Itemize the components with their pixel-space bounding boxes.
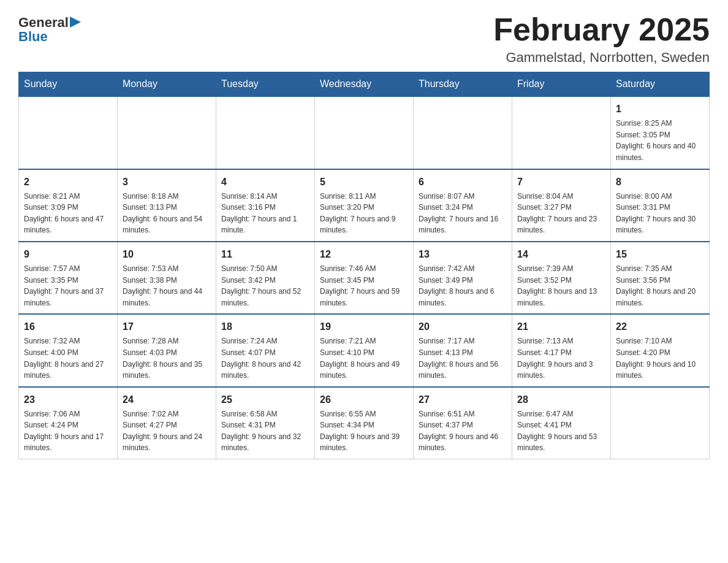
calendar-cell [118, 96, 216, 169]
calendar-cell: 7Sunrise: 8:04 AM Sunset: 3:27 PM Daylig… [512, 169, 611, 242]
logo-general: General [18, 16, 69, 29]
calendar-cell: 21Sunrise: 7:13 AM Sunset: 4:17 PM Dayli… [512, 314, 611, 386]
calendar-cell [216, 96, 315, 169]
calendar-cell: 10Sunrise: 7:53 AM Sunset: 3:38 PM Dayli… [118, 242, 216, 314]
day-info: Sunrise: 7:28 AM Sunset: 4:03 PM Dayligh… [123, 335, 211, 381]
calendar-cell: 28Sunrise: 6:47 AM Sunset: 4:41 PM Dayli… [512, 387, 611, 459]
day-number: 25 [221, 393, 309, 407]
day-number: 5 [320, 175, 408, 190]
calendar-cell: 16Sunrise: 7:32 AM Sunset: 4:00 PM Dayli… [19, 314, 118, 386]
day-number: 2 [24, 175, 112, 190]
day-number: 27 [419, 393, 507, 407]
day-number: 3 [123, 175, 211, 190]
day-info: Sunrise: 6:58 AM Sunset: 4:31 PM Dayligh… [221, 408, 309, 454]
weekday-header-saturday: Saturday [611, 72, 710, 97]
day-number: 11 [221, 247, 309, 262]
calendar-cell [611, 387, 710, 459]
day-number: 21 [517, 320, 605, 334]
calendar-week-row-3: 16Sunrise: 7:32 AM Sunset: 4:00 PM Dayli… [19, 314, 710, 386]
calendar-cell: 20Sunrise: 7:17 AM Sunset: 4:13 PM Dayli… [414, 314, 512, 386]
day-info: Sunrise: 8:25 AM Sunset: 3:05 PM Dayligh… [616, 118, 704, 163]
day-number: 15 [616, 247, 704, 262]
calendar-cell: 8Sunrise: 8:00 AM Sunset: 3:31 PM Daylig… [611, 169, 710, 242]
day-number: 6 [419, 175, 507, 190]
day-info: Sunrise: 8:21 AM Sunset: 3:09 PM Dayligh… [24, 191, 112, 236]
calendar-cell [414, 96, 512, 169]
day-number: 9 [24, 247, 112, 262]
day-number: 20 [419, 320, 507, 334]
day-info: Sunrise: 7:53 AM Sunset: 3:38 PM Dayligh… [123, 263, 211, 308]
day-info: Sunrise: 7:57 AM Sunset: 3:35 PM Dayligh… [24, 263, 112, 308]
calendar-cell: 1Sunrise: 8:25 AM Sunset: 3:05 PM Daylig… [611, 96, 710, 169]
day-number: 13 [419, 247, 507, 262]
day-info: Sunrise: 8:07 AM Sunset: 3:24 PM Dayligh… [419, 191, 507, 236]
page-header: General Blue February 2025 Gammelstad, N… [18, 12, 710, 66]
day-number: 1 [616, 102, 704, 117]
calendar-cell: 19Sunrise: 7:21 AM Sunset: 4:10 PM Dayli… [315, 314, 414, 386]
day-info: Sunrise: 8:11 AM Sunset: 3:20 PM Dayligh… [320, 191, 408, 236]
calendar-cell: 27Sunrise: 6:51 AM Sunset: 4:37 PM Dayli… [414, 387, 512, 459]
calendar-cell: 11Sunrise: 7:50 AM Sunset: 3:42 PM Dayli… [216, 242, 315, 314]
calendar-cell [512, 96, 611, 169]
svg-marker-0 [70, 17, 81, 28]
calendar-cell: 12Sunrise: 7:46 AM Sunset: 3:45 PM Dayli… [315, 242, 414, 314]
day-info: Sunrise: 8:00 AM Sunset: 3:31 PM Dayligh… [616, 191, 704, 236]
day-info: Sunrise: 6:47 AM Sunset: 4:41 PM Dayligh… [517, 408, 605, 454]
calendar-cell: 13Sunrise: 7:42 AM Sunset: 3:49 PM Dayli… [414, 242, 512, 314]
day-info: Sunrise: 7:46 AM Sunset: 3:45 PM Dayligh… [320, 263, 408, 308]
calendar-cell: 26Sunrise: 6:55 AM Sunset: 4:34 PM Dayli… [315, 387, 414, 459]
weekday-header-wednesday: Wednesday [315, 72, 414, 97]
calendar-cell: 3Sunrise: 8:18 AM Sunset: 3:13 PM Daylig… [118, 169, 216, 242]
day-number: 10 [123, 247, 211, 262]
calendar-cell: 23Sunrise: 7:06 AM Sunset: 4:24 PM Dayli… [19, 387, 118, 459]
day-info: Sunrise: 7:39 AM Sunset: 3:52 PM Dayligh… [517, 263, 605, 308]
calendar-cell: 17Sunrise: 7:28 AM Sunset: 4:03 PM Dayli… [118, 314, 216, 386]
weekday-header-friday: Friday [512, 72, 611, 97]
day-info: Sunrise: 6:55 AM Sunset: 4:34 PM Dayligh… [320, 408, 408, 454]
calendar-cell: 6Sunrise: 8:07 AM Sunset: 3:24 PM Daylig… [414, 169, 512, 242]
day-info: Sunrise: 6:51 AM Sunset: 4:37 PM Dayligh… [419, 408, 507, 454]
day-number: 18 [221, 320, 309, 334]
logo-blue: Blue [18, 29, 48, 44]
calendar-week-row-4: 23Sunrise: 7:06 AM Sunset: 4:24 PM Dayli… [19, 387, 710, 459]
day-number: 16 [24, 320, 112, 334]
calendar-table: SundayMondayTuesdayWednesdayThursdayFrid… [18, 72, 710, 459]
calendar-cell: 5Sunrise: 8:11 AM Sunset: 3:20 PM Daylig… [315, 169, 414, 242]
weekday-header-tuesday: Tuesday [216, 72, 315, 97]
logo-arrow-icon [70, 17, 81, 28]
day-number: 22 [616, 320, 704, 334]
calendar-cell: 9Sunrise: 7:57 AM Sunset: 3:35 PM Daylig… [19, 242, 118, 314]
day-number: 26 [320, 393, 408, 407]
day-info: Sunrise: 7:50 AM Sunset: 3:42 PM Dayligh… [221, 263, 309, 308]
day-info: Sunrise: 7:06 AM Sunset: 4:24 PM Dayligh… [24, 408, 112, 454]
calendar-cell: 15Sunrise: 7:35 AM Sunset: 3:56 PM Dayli… [611, 242, 710, 314]
day-info: Sunrise: 8:18 AM Sunset: 3:13 PM Dayligh… [123, 191, 211, 236]
day-info: Sunrise: 7:24 AM Sunset: 4:07 PM Dayligh… [221, 335, 309, 381]
calendar-week-row-0: 1Sunrise: 8:25 AM Sunset: 3:05 PM Daylig… [19, 96, 710, 169]
day-number: 23 [24, 393, 112, 407]
weekday-header-thursday: Thursday [414, 72, 512, 97]
day-number: 12 [320, 247, 408, 262]
weekday-header-monday: Monday [118, 72, 216, 97]
day-info: Sunrise: 7:02 AM Sunset: 4:27 PM Dayligh… [123, 408, 211, 454]
month-title: February 2025 [493, 12, 710, 47]
day-number: 4 [221, 175, 309, 190]
day-number: 14 [517, 247, 605, 262]
day-number: 8 [616, 175, 704, 190]
calendar-cell: 25Sunrise: 6:58 AM Sunset: 4:31 PM Dayli… [216, 387, 315, 459]
calendar-cell [315, 96, 414, 169]
day-number: 24 [123, 393, 211, 407]
calendar-week-row-1: 2Sunrise: 8:21 AM Sunset: 3:09 PM Daylig… [19, 169, 710, 242]
calendar-cell: 14Sunrise: 7:39 AM Sunset: 3:52 PM Dayli… [512, 242, 611, 314]
weekday-header-sunday: Sunday [19, 72, 118, 97]
day-info: Sunrise: 8:14 AM Sunset: 3:16 PM Dayligh… [221, 191, 309, 236]
location-title: Gammelstad, Norrbotten, Sweden [493, 50, 710, 66]
calendar-cell: 22Sunrise: 7:10 AM Sunset: 4:20 PM Dayli… [611, 314, 710, 386]
logo: General Blue [18, 12, 81, 44]
calendar-week-row-2: 9Sunrise: 7:57 AM Sunset: 3:35 PM Daylig… [19, 242, 710, 314]
calendar-cell [19, 96, 118, 169]
title-block: February 2025 Gammelstad, Norrbotten, Sw… [493, 12, 710, 66]
day-info: Sunrise: 8:04 AM Sunset: 3:27 PM Dayligh… [517, 191, 605, 236]
calendar-cell: 4Sunrise: 8:14 AM Sunset: 3:16 PM Daylig… [216, 169, 315, 242]
calendar-cell: 24Sunrise: 7:02 AM Sunset: 4:27 PM Dayli… [118, 387, 216, 459]
